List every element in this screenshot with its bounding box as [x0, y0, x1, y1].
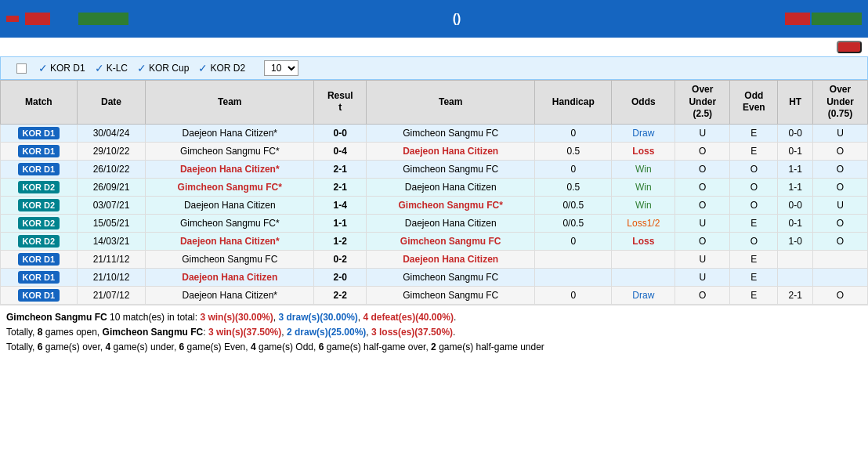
cell-result: 0-4: [314, 142, 367, 160]
cell-handicap: [535, 268, 612, 286]
cell-team1: Daejeon Hana Citizen*: [146, 160, 314, 178]
cell-oe: E: [730, 124, 778, 142]
cell-result: 1-1: [314, 214, 367, 232]
cell-ht: [778, 268, 813, 286]
match-badge: KOR D1: [18, 127, 60, 139]
cell-date: 03/07/21: [77, 196, 146, 214]
cell-odds: [612, 268, 675, 286]
cell-date: 14/03/21: [77, 232, 146, 250]
cell-match: KOR D1: [1, 250, 78, 268]
cell-result: 2-1: [314, 178, 367, 196]
cell-ou75: [812, 250, 867, 268]
cell-handicap: 0: [535, 286, 612, 304]
summary-open: Totally, 8 games open, Gimcheon Sangmu F…: [6, 327, 455, 338]
match-badge: KOR D2: [18, 181, 60, 193]
cell-team1: Gimcheon Sangmu FC*: [146, 214, 314, 232]
kord1-filter[interactable]: ✓ KOR D1: [38, 62, 85, 74]
cell-ou: O: [675, 178, 730, 196]
klc-checkmark: ✓: [95, 62, 104, 74]
match-badge: KOR D1: [18, 145, 60, 157]
cell-result: 2-2: [314, 286, 367, 304]
cell-ou: U: [675, 250, 730, 268]
cell-odds: Loss1/2: [612, 214, 675, 232]
cell-result: 2-1: [314, 160, 367, 178]
flag-blue: [52, 13, 77, 25]
header: (): [0, 0, 868, 38]
cell-ht: 0-0: [778, 124, 813, 142]
cell-date: 26/10/22: [77, 160, 146, 178]
cell-odds: Draw: [612, 124, 675, 142]
flag-red-right: [785, 13, 810, 25]
korcup-label: KOR Cup: [149, 63, 189, 74]
col-result: Result: [314, 81, 367, 125]
cell-date: 26/09/21: [77, 178, 146, 196]
cell-team1: Daejeon Hana Citizen*: [146, 286, 314, 304]
league-badge: [6, 16, 19, 22]
cell-oe: E: [730, 250, 778, 268]
cell-ou: U: [675, 214, 730, 232]
cell-odds: Win: [612, 196, 675, 214]
cell-ht: 1-0: [778, 232, 813, 250]
summary-section: Gimcheon Sangmu FC 10 match(es) in total…: [0, 305, 868, 360]
cell-result: 1-4: [314, 196, 367, 214]
last-games-select[interactable]: 10 20 5: [264, 60, 298, 76]
cell-ht: [778, 250, 813, 268]
cell-team1: Daejeon Hana Citizen*: [146, 232, 314, 250]
kord1-label: KOR D1: [50, 63, 85, 74]
filter-bar: ✓ KOR D1 ✓ K-LC ✓ KOR Cup ✓ KOR D2 10 20…: [0, 56, 868, 80]
kord1-checkmark: ✓: [38, 62, 48, 74]
col-team2: Team: [367, 81, 535, 125]
tips-bar: [0, 38, 868, 56]
cell-match: KOR D2: [1, 196, 78, 214]
cell-team2: Gimcheon Sangmu FC: [367, 268, 535, 286]
cell-date: 21/11/12: [77, 250, 146, 268]
kord2-filter[interactable]: ✓ KOR D2: [198, 62, 245, 74]
cell-team1: Gimcheon Sangmu FC*: [146, 178, 314, 196]
cell-team2: Gimcheon Sangmu FC*: [367, 196, 535, 214]
tips-button[interactable]: [837, 41, 862, 53]
cell-date: 29/10/22: [77, 142, 146, 160]
cell-ou75: O: [812, 214, 867, 232]
col-odds: Odds: [612, 81, 675, 125]
cell-ou: U: [675, 124, 730, 142]
flag-red: [25, 13, 50, 25]
cell-ou75: U: [812, 196, 867, 214]
cell-date: 15/05/21: [77, 214, 146, 232]
cell-handicap: 0: [535, 124, 612, 142]
col-team1: Team: [146, 81, 314, 125]
cell-ht: 1-1: [778, 160, 813, 178]
match-badge: KOR D1: [18, 253, 60, 266]
flag-green: [78, 13, 128, 25]
cell-match: KOR D2: [1, 232, 78, 250]
cell-team2: Daejeon Hana Citizen: [367, 178, 535, 196]
cell-handicap: 0/0.5: [535, 196, 612, 214]
home-ground-filter[interactable]: [16, 63, 29, 74]
cell-handicap: [535, 250, 612, 268]
cell-oe: E: [730, 142, 778, 160]
cell-odds: Win: [612, 160, 675, 178]
korcup-filter[interactable]: ✓ KOR Cup: [137, 62, 189, 74]
cell-match: KOR D2: [1, 178, 78, 196]
cell-ou75: O: [812, 286, 867, 304]
klc-filter[interactable]: ✓ K-LC: [95, 62, 128, 74]
korcup-checkmark: ✓: [137, 62, 146, 74]
col-ht: HT: [778, 81, 813, 125]
cell-result: 0-0: [314, 124, 367, 142]
cell-team1: Daejeon Hana Citizen: [146, 196, 314, 214]
home-ground-checkbox[interactable]: [16, 63, 27, 74]
team1-flags: [25, 13, 128, 25]
cell-team1: Gimcheon Sangmu FC*: [146, 142, 314, 160]
cell-oe: O: [730, 196, 778, 214]
cell-match: KOR D2: [1, 214, 78, 232]
match-title: (): [138, 12, 776, 26]
cell-handicap: 0/0.5: [535, 214, 612, 232]
cell-ou75: [812, 268, 867, 286]
col-ou: OverUnder(2.5): [675, 81, 730, 125]
cell-result: 0-2: [314, 250, 367, 268]
cell-handicap: 0.5: [535, 142, 612, 160]
match-badge: KOR D2: [18, 199, 60, 211]
cell-oe: O: [730, 160, 778, 178]
cell-ou75: O: [812, 142, 867, 160]
cell-result: 2-0: [314, 268, 367, 286]
cell-handicap: 0: [535, 160, 612, 178]
